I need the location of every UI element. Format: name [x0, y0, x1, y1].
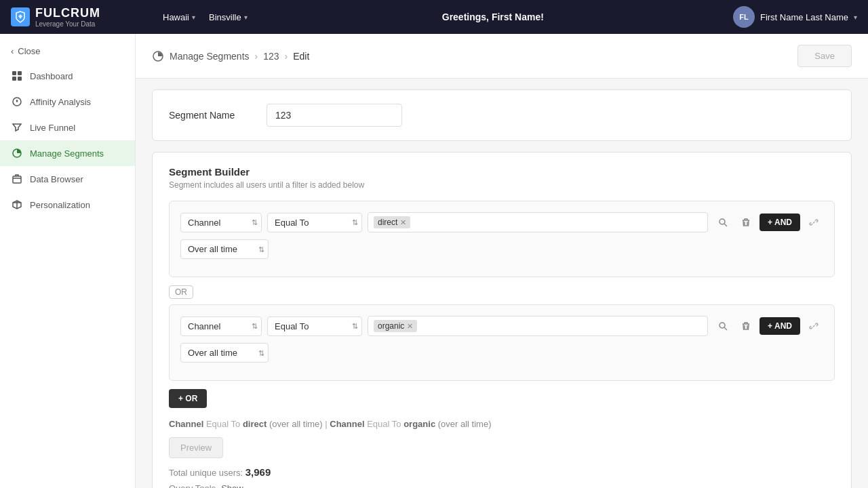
logo-area: FULCRUM Leverage Your Data	[11, 6, 146, 28]
user-name: First Name Last Name	[760, 12, 848, 22]
filter1-tags-input[interactable]: direct ✕	[368, 212, 708, 232]
box-icon	[11, 173, 23, 185]
location2-dropdown[interactable]: Binsville ▾	[203, 9, 253, 25]
svg-rect-2	[12, 77, 16, 81]
logo-text: FULCRUM	[35, 6, 100, 20]
grid-icon	[11, 70, 23, 82]
or-badge: OR	[169, 285, 193, 299]
or-separator: OR	[169, 285, 835, 299]
preview-button[interactable]: Preview	[169, 437, 223, 458]
breadcrumb: Manage Segments › 123 › Edit	[152, 50, 309, 62]
section-title: Segment Builder	[169, 166, 835, 178]
filter-row-2-bottom: Over all time	[180, 343, 823, 363]
manage-segments-icon	[152, 50, 164, 62]
segment-name-row: Segment Name	[169, 104, 835, 127]
filter2-time-wrap: Over all time	[180, 343, 269, 363]
svg-rect-3	[18, 77, 22, 81]
filter2-operator-wrap: Equal To	[267, 317, 362, 336]
filter-group-2: Channel Equal To organic ✕	[169, 304, 835, 381]
save-button[interactable]: Save	[797, 45, 852, 67]
filter1-and-button[interactable]: + AND	[760, 214, 800, 231]
user-avatar: FL	[733, 6, 755, 28]
filter-row-2-top: Channel Equal To organic ✕	[180, 316, 823, 336]
chevron-down-icon: ▾	[244, 14, 248, 21]
svg-line-11	[724, 327, 727, 330]
filter1-time-select[interactable]: Over all time	[180, 239, 269, 259]
cube-icon	[11, 199, 23, 211]
svg-rect-0	[12, 71, 16, 75]
summary-text: Channel Equal To direct (over all time) …	[169, 419, 835, 429]
filter1-operator-wrap: Equal To	[267, 213, 362, 232]
topbar-center: Greetings, First Name!	[253, 12, 733, 22]
total-label: Total unique users:	[169, 468, 243, 478]
sidebar-item-live-funnel[interactable]: Live Funnel	[0, 115, 135, 140]
sidebar: ‹ Close Dashboard Af	[0, 34, 136, 488]
sidebar-item-affinity[interactable]: Affinity Analysis	[0, 89, 135, 115]
filter2-tags-input[interactable]: organic ✕	[368, 316, 708, 336]
svg-line-9	[724, 224, 727, 226]
sidebar-item-personalization[interactable]: Personalization	[0, 192, 135, 218]
breadcrumb-sep1: ›	[255, 51, 258, 62]
tag-direct: direct ✕	[374, 216, 410, 228]
user-chevron-icon: ▾	[854, 14, 857, 21]
chevron-down-icon: ▾	[192, 14, 195, 21]
filter2-operator-select[interactable]: Equal To	[267, 317, 362, 336]
sidebar-item-data-browser[interactable]: Data Browser	[0, 166, 135, 192]
total-users-row: Total unique users: 3,969	[169, 466, 835, 478]
svg-rect-6	[13, 176, 21, 183]
topbar-nav: Hawaii ▾ Binsville ▾	[157, 9, 253, 25]
filter-row-1-bottom: Over all time	[180, 239, 823, 259]
filter2-actions: + AND	[713, 317, 823, 336]
tag-direct-remove[interactable]: ✕	[400, 218, 406, 227]
segment-builder-card: Segment Builder Segment includes all use…	[152, 152, 852, 488]
filter-group-1: Channel Equal To direct ✕	[169, 201, 835, 277]
filter1-actions: + AND	[713, 213, 823, 232]
total-value: 3,969	[245, 466, 271, 478]
close-button[interactable]: ‹ Close	[0, 39, 135, 63]
filter2-delete-button[interactable]	[736, 317, 755, 336]
funnel-icon	[11, 121, 23, 134]
filter2-link-button[interactable]	[804, 317, 823, 336]
segments-icon	[11, 147, 23, 159]
content-area: Segment Name Segment Builder Segment inc…	[136, 79, 868, 488]
sidebar-item-manage-segments[interactable]: Manage Segments	[0, 140, 135, 166]
filter1-delete-button[interactable]	[736, 213, 755, 232]
main-content: Manage Segments › 123 › Edit Save Segmen…	[136, 34, 868, 488]
query-show-link[interactable]: Show	[221, 483, 243, 488]
breadcrumb-sep2: ›	[285, 51, 288, 62]
query-tools-row: Query Tools Show	[169, 483, 835, 488]
segment-name-input[interactable]	[267, 104, 402, 127]
breadcrumb-bar: Manage Segments › 123 › Edit Save	[136, 34, 868, 79]
filter1-time-wrap: Over all time	[180, 239, 269, 259]
filter1-field-wrap: Channel	[180, 213, 262, 232]
filter-row-1-top: Channel Equal To direct ✕	[180, 212, 823, 232]
query-tools-label: Query Tools	[169, 483, 216, 488]
topbar-right: FL First Name Last Name ▾	[733, 6, 857, 28]
filter2-and-button[interactable]: + AND	[760, 317, 800, 335]
breadcrumb-segment-id[interactable]: 123	[263, 51, 279, 62]
topbar: FULCRUM Leverage Your Data Hawaii ▾ Bins…	[0, 0, 868, 34]
filter1-field-select[interactable]: Channel	[180, 213, 262, 232]
svg-point-10	[719, 323, 725, 328]
svg-rect-1	[18, 71, 22, 75]
tag-organic-remove[interactable]: ✕	[407, 322, 413, 331]
filter2-search-button[interactable]	[713, 317, 732, 336]
filter2-time-select[interactable]: Over all time	[180, 343, 269, 363]
location1-dropdown[interactable]: Hawaii ▾	[157, 9, 201, 25]
logo-icon	[11, 7, 30, 26]
add-or-button[interactable]: + OR	[169, 389, 207, 408]
filter2-field-select[interactable]: Channel	[180, 317, 262, 336]
filter2-field-wrap: Channel	[180, 317, 262, 336]
back-icon: ‹	[11, 46, 14, 56]
segment-name-card: Segment Name	[152, 89, 852, 141]
filter1-link-button[interactable]	[804, 213, 823, 232]
svg-point-8	[719, 219, 725, 224]
section-subtitle: Segment includes all users until a filte…	[169, 180, 835, 190]
filter1-operator-select[interactable]: Equal To	[267, 213, 362, 232]
breadcrumb-root[interactable]: Manage Segments	[170, 51, 250, 62]
breadcrumb-current: Edit	[293, 51, 309, 62]
filter1-search-button[interactable]	[713, 213, 732, 232]
greeting-text: Greetings, First Name!	[442, 12, 544, 22]
sidebar-item-dashboard[interactable]: Dashboard	[0, 63, 135, 89]
segment-name-label: Segment Name	[169, 110, 250, 121]
